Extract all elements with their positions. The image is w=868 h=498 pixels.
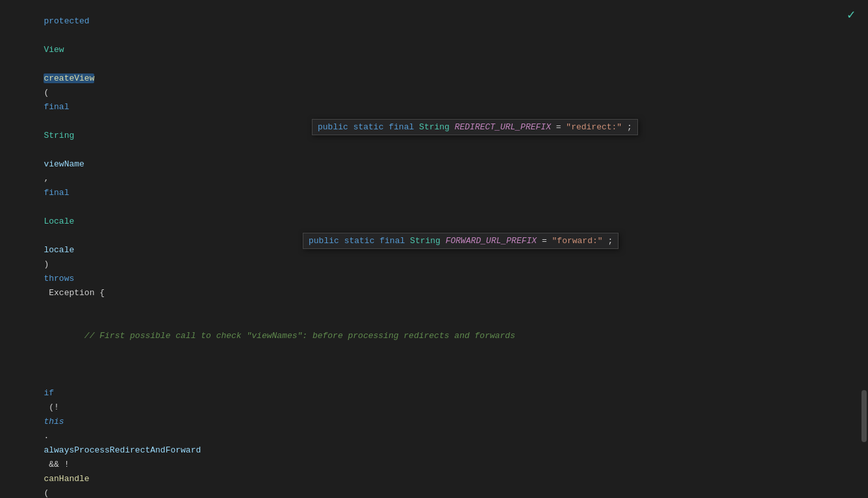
code-line-2: // First possible call to check "viewNam… bbox=[0, 315, 868, 358]
type-view: View bbox=[44, 45, 64, 55]
forward-tooltip: public static final String FORWARD_URL_P… bbox=[303, 233, 619, 249]
scrollbar-thumb[interactable] bbox=[862, 390, 867, 442]
code-container[interactable]: protected View createView ( final String… bbox=[0, 0, 868, 498]
checkmark-icon: ✓ bbox=[847, 7, 855, 23]
method-createview: createView bbox=[44, 73, 94, 83]
redirect-tooltip: public static final String REDIRECT_URL_… bbox=[312, 119, 638, 135]
code-line-3: if (! this . alwaysProcessRedirectAndFor… bbox=[0, 358, 868, 498]
code-line-1: protected View createView ( final String… bbox=[0, 0, 868, 315]
editor-area: protected View createView ( final String… bbox=[0, 0, 868, 498]
scrollbar-track[interactable] bbox=[860, 0, 868, 498]
kw-protected: protected bbox=[44, 16, 89, 26]
